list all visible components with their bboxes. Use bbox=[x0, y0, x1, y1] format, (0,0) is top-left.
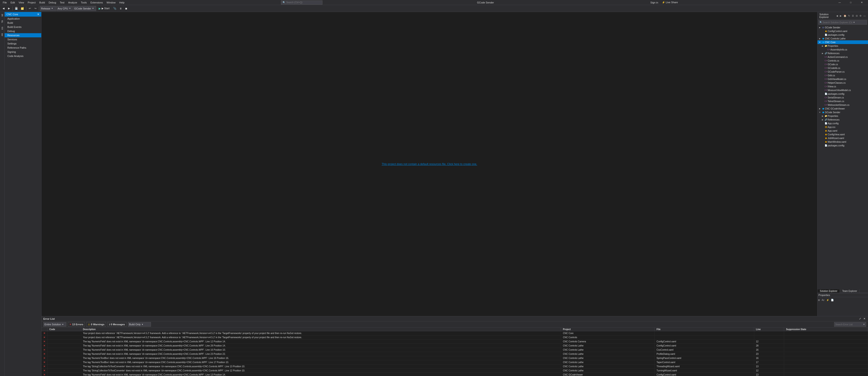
solution-search-box[interactable]: 🔍 ▼ bbox=[818, 20, 867, 25]
tree-item-grbl[interactable]: C# Grbl.cs bbox=[817, 73, 868, 77]
col-header-description[interactable]: Description bbox=[81, 327, 561, 331]
tree-item-appico[interactable]: 🖼 App.ico bbox=[817, 125, 868, 129]
tree-item-iview[interactable]: C# IView.cs bbox=[817, 85, 868, 88]
tree-item-serialstream[interactable]: C# SerialStream.cs bbox=[817, 96, 868, 99]
tab-solution-explorer[interactable]: Solution Explorer bbox=[817, 289, 840, 293]
tree-item-packages2[interactable]: 📄 packages.config bbox=[817, 92, 868, 96]
menu-item-debug[interactable]: Debug bbox=[47, 1, 58, 4]
props-events-btn[interactable]: ⚡ bbox=[826, 299, 830, 302]
tree-item-measureviewmodel[interactable]: C# MeasureViewModel.cs bbox=[817, 88, 868, 92]
tree-item-packages3[interactable]: 📄 packages.config bbox=[817, 144, 868, 147]
scope-dropdown[interactable]: Entire Solution ▼ bbox=[43, 322, 66, 327]
tree-item-gcode-sender[interactable]: ▼ ◼ GCode Sender bbox=[817, 111, 868, 114]
menu-item-file[interactable]: File bbox=[1, 1, 9, 4]
error-panel-float-btn[interactable]: ⤢ bbox=[858, 317, 862, 320]
error-search-box[interactable]: ▼ bbox=[834, 322, 866, 327]
tree-item-telnetstream[interactable]: C# TelnetStream.cs bbox=[817, 99, 868, 103]
menu-item-tools[interactable]: Tools bbox=[79, 1, 89, 4]
solution-properties-btn[interactable]: ⚙ bbox=[859, 14, 862, 17]
solution-search-input[interactable] bbox=[823, 21, 852, 24]
attach-button[interactable]: 📎 bbox=[112, 6, 118, 11]
tree-item-configview[interactable]: ◼ ConfigView.xaml bbox=[817, 132, 868, 136]
nav-item-application[interactable]: Application bbox=[5, 17, 41, 21]
messages-badge[interactable]: ℹ 0 Messages bbox=[107, 322, 127, 327]
tree-item-cnc-controls-lathe[interactable]: ▶ ◼ CNC Controls Lathe bbox=[817, 37, 868, 40]
warnings-badge[interactable]: ⚠ 0 Warnings bbox=[86, 322, 106, 327]
search-input-menu[interactable] bbox=[286, 1, 316, 4]
maximize-button[interactable]: □ bbox=[845, 0, 856, 5]
tree-item-assemblyinfo[interactable]: C# AssemblyInfo.cs bbox=[817, 48, 868, 52]
build-filter-dropdown[interactable]: Build Only ▼ bbox=[128, 322, 151, 327]
solution-forward-btn[interactable]: ▶ bbox=[839, 14, 842, 17]
save-all-button[interactable]: 🗂️ bbox=[20, 6, 25, 11]
solution-back-btn[interactable]: ◀ bbox=[836, 14, 838, 17]
table-row[interactable]: ✕ Your project does not reference '.NETF… bbox=[41, 336, 868, 340]
tree-item-controls[interactable]: C# Controls.cs bbox=[817, 59, 868, 62]
nav-item-debug[interactable]: Debug bbox=[5, 29, 41, 33]
forward-button[interactable]: ▶ bbox=[6, 6, 11, 11]
tree-item-properties-sender[interactable]: ▶ 📁 Properties bbox=[817, 114, 868, 118]
menu-item-help[interactable]: Help bbox=[117, 1, 126, 4]
props-alphabetical-btn[interactable]: Az bbox=[821, 299, 825, 302]
table-row[interactable]: ✕ The tag 'StringCollectionToTextConvert… bbox=[41, 365, 868, 369]
table-row[interactable]: ✕ The tag 'StringCollectionToTextConvert… bbox=[41, 369, 868, 373]
back-button[interactable]: ◀ bbox=[1, 6, 6, 11]
table-row[interactable]: ✕ The tag 'NumericField' does not exist … bbox=[41, 352, 868, 356]
sidebar-icon-toolbox[interactable]: TB bbox=[1, 19, 4, 24]
pause-button[interactable]: ⏸ bbox=[118, 6, 123, 11]
col-header-line[interactable]: Line bbox=[754, 327, 784, 331]
col-header-file[interactable]: File bbox=[655, 327, 754, 331]
nav-item-code-analysis[interactable]: Code Analysis bbox=[5, 54, 41, 58]
tree-item-helperclasses[interactable]: C# HelperClasses.cs bbox=[817, 81, 868, 85]
error-panel-close-btn[interactable]: ✕ bbox=[863, 317, 866, 320]
solution-collapse-btn[interactable]: ⊟ bbox=[855, 14, 858, 17]
search-box-menu[interactable]: 🔍 bbox=[281, 0, 322, 5]
table-row[interactable]: ✕ The tag 'NumericTextBox' does not exis… bbox=[41, 356, 868, 360]
sidebar-icon-datasources[interactable]: DS bbox=[1, 26, 4, 31]
close-button[interactable]: ✕ bbox=[857, 0, 867, 5]
tree-item-gcodeparser[interactable]: C# GCodeParser.cs bbox=[817, 70, 868, 73]
nav-item-signing[interactable]: Signing bbox=[5, 50, 41, 54]
table-row[interactable]: ✕ The tag 'NumericField' does not exist … bbox=[41, 348, 868, 352]
tree-item-websocketstream[interactable]: C# WebsocketStream.cs bbox=[817, 103, 868, 107]
tree-item-references[interactable]: ▶ 🔗 References bbox=[817, 52, 868, 55]
nav-item-settings[interactable]: Settings bbox=[5, 41, 41, 45]
sidebar-icon-properties[interactable]: PR bbox=[1, 32, 4, 37]
solution-refresh-btn[interactable]: ↻ bbox=[848, 14, 850, 17]
tree-item-properties[interactable]: ▶ 📁 Properties bbox=[817, 44, 868, 48]
error-search-btn[interactable]: ▼ bbox=[863, 323, 865, 325]
solution-search-btn[interactable]: ▼ bbox=[853, 21, 855, 24]
table-row[interactable]: ✕ The tag 'NumericTextBox' does not exis… bbox=[41, 360, 868, 365]
tree-item-configcontrol[interactable]: ◼ ConfigControl.xaml bbox=[817, 29, 868, 33]
menu-item-analyze[interactable]: Analyze bbox=[66, 1, 79, 4]
table-row[interactable]: ✕ The tag 'NumericField' does not exist … bbox=[41, 373, 868, 376]
nav-item-reference-paths[interactable]: Reference Paths bbox=[5, 45, 41, 50]
tree-item-references-sender[interactable]: ▶ 🔗 References bbox=[817, 118, 868, 122]
left-panel-close-btn[interactable]: ✕ bbox=[37, 13, 39, 16]
nav-item-resources[interactable]: Resources bbox=[5, 33, 41, 37]
table-row[interactable]: ✕ Your project does not reference '.NETF… bbox=[41, 331, 868, 336]
menu-item-test[interactable]: Test bbox=[58, 1, 66, 4]
nav-item-build[interactable]: Build bbox=[5, 21, 41, 25]
tree-item-gcodelib[interactable]: C# GCodelib.cs bbox=[817, 66, 868, 70]
tab-team-explorer[interactable]: Team Explorer bbox=[840, 289, 860, 293]
project-dropdown[interactable]: GCode Sender ▼ bbox=[73, 6, 96, 11]
config-dropdown[interactable]: Release ▼ bbox=[40, 6, 56, 11]
stop-button[interactable]: ⏹ bbox=[124, 6, 129, 11]
tree-item-cnc-core[interactable]: ▼ ◼ CNC Core bbox=[817, 40, 868, 44]
tree-item-cnc-gcodeviewer[interactable]: ▶ ◼ CNC GCodeViewer bbox=[817, 107, 868, 111]
tree-item-gcode[interactable]: C# GCode.cs bbox=[817, 62, 868, 66]
tree-item-grblviewmodel[interactable]: C# GrblViewModel.cs bbox=[817, 77, 868, 81]
table-row[interactable]: ✕ The tag 'NumericField' does not exist … bbox=[41, 340, 868, 344]
no-resources-message[interactable]: This project does not contain a default … bbox=[382, 162, 477, 166]
save-button[interactable]: 💾 bbox=[13, 6, 19, 11]
menu-item-window[interactable]: Window bbox=[105, 1, 117, 4]
solution-home-btn[interactable]: 🏠 bbox=[843, 14, 847, 17]
tree-item-solution[interactable]: ▶ 🗂 GCode Sender bbox=[817, 26, 868, 29]
redo-button[interactable]: ↪ bbox=[33, 6, 38, 11]
nav-item-services[interactable]: Services bbox=[5, 37, 41, 41]
minimize-button[interactable]: — bbox=[834, 0, 845, 5]
menu-item-build[interactable]: Build bbox=[37, 1, 47, 4]
platform-dropdown[interactable]: Any CPU ▼ bbox=[57, 6, 72, 11]
props-pages-btn[interactable]: 📄 bbox=[831, 299, 834, 302]
